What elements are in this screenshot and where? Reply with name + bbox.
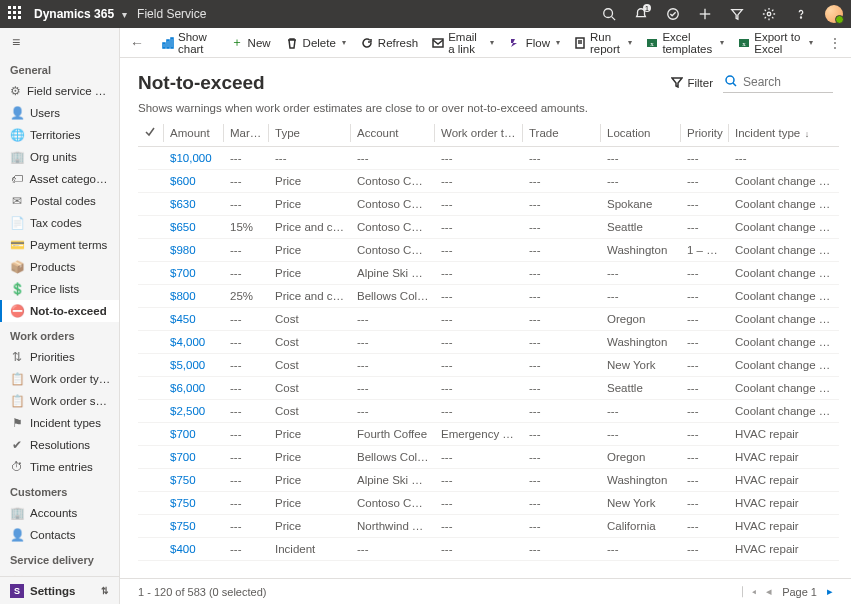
cell-amount[interactable]: $630	[164, 193, 224, 216]
pager-first-icon[interactable]: ⎸◂	[742, 585, 756, 598]
nav-item[interactable]: ✉Postal codes	[0, 190, 119, 212]
chevron-down-icon[interactable]: ▾	[556, 38, 560, 47]
cell-amount[interactable]: $800	[164, 285, 224, 308]
global-search-icon[interactable]	[601, 6, 617, 22]
search-input[interactable]	[741, 74, 831, 90]
table-row[interactable]: $400---Incident---------------HVAC repai…	[138, 538, 839, 561]
cell-amount[interactable]: $4,000	[164, 331, 224, 354]
refresh-button[interactable]: Refresh	[356, 34, 422, 52]
row-selector[interactable]	[138, 492, 164, 515]
table-row[interactable]: $750---PriceNorthwind Traders------Calif…	[138, 515, 839, 538]
table-row[interactable]: $450---Cost---------Oregon---Coolant cha…	[138, 308, 839, 331]
row-selector[interactable]	[138, 515, 164, 538]
user-avatar[interactable]	[825, 5, 843, 23]
row-selector[interactable]	[138, 308, 164, 331]
table-row[interactable]: $700---PriceBellows College------Oregon-…	[138, 446, 839, 469]
add-icon[interactable]	[697, 6, 713, 22]
chevron-down-icon[interactable]: ▾	[628, 38, 632, 47]
chevron-down-icon[interactable]: ▾	[809, 38, 813, 47]
row-selector[interactable]	[138, 239, 164, 262]
filter-global-icon[interactable]	[729, 6, 745, 22]
cell-amount[interactable]: $700	[164, 262, 224, 285]
notifications-icon[interactable]: 1	[633, 6, 649, 22]
nav-item[interactable]: 📄Tax codes	[0, 212, 119, 234]
table-row[interactable]: $700---PriceAlpine Ski House------------…	[138, 262, 839, 285]
nav-item[interactable]: 🌐Territories	[0, 124, 119, 146]
nav-item[interactable]: 👤Users	[0, 102, 119, 124]
chevron-down-icon[interactable]: ▾	[490, 38, 494, 47]
column-header[interactable]: Account	[351, 120, 435, 147]
cell-amount[interactable]: $6,000	[164, 377, 224, 400]
area-switcher[interactable]: S Settings ⇅	[0, 576, 119, 604]
table-row[interactable]: $630---PriceContoso Corp.------Spokane--…	[138, 193, 839, 216]
app-launcher-icon[interactable]	[8, 6, 24, 22]
nav-item[interactable]: 🏢Org units	[0, 146, 119, 168]
chevron-down-icon[interactable]: ▾	[342, 38, 346, 47]
row-selector[interactable]	[138, 446, 164, 469]
show-chart-button[interactable]: Show chart	[158, 29, 220, 57]
excel-templates-button[interactable]: x Excel templates ▾	[642, 29, 728, 57]
cell-amount[interactable]: $750	[164, 469, 224, 492]
cell-amount[interactable]: $980	[164, 239, 224, 262]
row-selector[interactable]	[138, 216, 164, 239]
column-header[interactable]: Trade	[523, 120, 601, 147]
search-box[interactable]	[723, 72, 833, 93]
row-selector[interactable]	[138, 262, 164, 285]
nav-item[interactable]: 📋Work order substatu...	[0, 390, 119, 412]
row-selector[interactable]	[138, 469, 164, 492]
run-report-button[interactable]: Run report ▾	[570, 29, 636, 57]
table-row[interactable]: $10,000------------------------	[138, 147, 839, 170]
row-selector[interactable]	[138, 400, 164, 423]
nav-item[interactable]: 📦Products	[0, 256, 119, 278]
brand-name[interactable]: Dynamics 365	[34, 7, 114, 21]
row-selector[interactable]	[138, 147, 164, 170]
cell-amount[interactable]: $750	[164, 515, 224, 538]
table-row[interactable]: $4,000---Cost---------Washington---Coola…	[138, 331, 839, 354]
column-header[interactable]: Margin	[224, 120, 269, 147]
cell-amount[interactable]: $600	[164, 170, 224, 193]
pager-prev-icon[interactable]: ◂	[766, 585, 772, 598]
back-icon[interactable]: ←	[130, 35, 144, 51]
table-row[interactable]: $5,000---Cost---------New York---Coolant…	[138, 354, 839, 377]
row-selector[interactable]	[138, 354, 164, 377]
export-excel-button[interactable]: x Export to Excel ▾	[734, 29, 817, 57]
column-header[interactable]: Type	[269, 120, 351, 147]
flow-button[interactable]: Flow ▾	[504, 34, 564, 52]
column-header[interactable]: Amount	[164, 120, 224, 147]
row-selector[interactable]	[138, 193, 164, 216]
assistant-icon[interactable]	[665, 6, 681, 22]
nav-item[interactable]: 👤Contacts	[0, 524, 119, 546]
filter-button[interactable]: Filter	[671, 76, 713, 90]
nav-item[interactable]: 💳Payment terms	[0, 234, 119, 256]
column-header[interactable]: Location	[601, 120, 681, 147]
row-selector[interactable]	[138, 538, 164, 561]
nav-item[interactable]: 📋Work order types	[0, 368, 119, 390]
table-row[interactable]: $2,500---Cost---------------Coolant chan…	[138, 400, 839, 423]
table-row[interactable]: $65015%Price and cost mar...Contoso Corp…	[138, 216, 839, 239]
module-name[interactable]: Field Service	[137, 7, 206, 21]
cell-amount[interactable]: $700	[164, 423, 224, 446]
nav-item[interactable]: 🏷Asset categories	[0, 168, 119, 190]
cell-amount[interactable]: $400	[164, 538, 224, 561]
cell-amount[interactable]: $750	[164, 492, 224, 515]
help-icon[interactable]	[793, 6, 809, 22]
chevron-down-icon[interactable]: ▾	[122, 9, 127, 20]
table-row[interactable]: $750---PriceContoso Corp.------New York-…	[138, 492, 839, 515]
email-link-button[interactable]: Email a link ▾	[428, 29, 498, 57]
cell-amount[interactable]: $650	[164, 216, 224, 239]
cell-amount[interactable]: $450	[164, 308, 224, 331]
settings-icon[interactable]	[761, 6, 777, 22]
hamburger-icon[interactable]: ≡	[0, 28, 119, 56]
nav-item[interactable]: ⚑Incident types	[0, 412, 119, 434]
row-selector[interactable]	[138, 377, 164, 400]
cell-amount[interactable]: $10,000	[164, 147, 224, 170]
nav-item[interactable]: ⚙Field service settings	[0, 80, 119, 102]
row-selector[interactable]	[138, 285, 164, 308]
cell-amount[interactable]: $5,000	[164, 354, 224, 377]
select-all-checkbox[interactable]	[138, 120, 164, 147]
table-row[interactable]: $600---PriceContoso Corp.------------Coo…	[138, 170, 839, 193]
column-header[interactable]: Priority	[681, 120, 729, 147]
pager-next-icon[interactable]: ▸	[827, 585, 833, 598]
column-header[interactable]: Incident type ↓	[729, 120, 839, 147]
cell-amount[interactable]: $2,500	[164, 400, 224, 423]
